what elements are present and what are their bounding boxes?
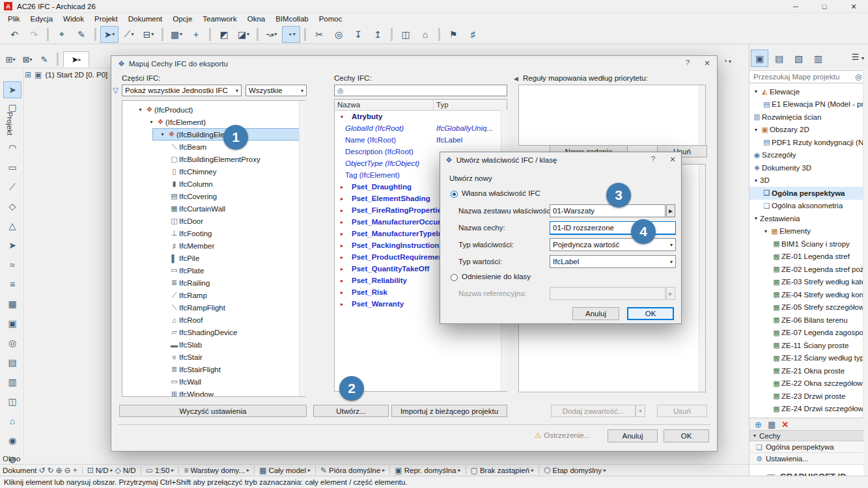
twisty-icon[interactable]: ▸ bbox=[335, 301, 349, 307]
modal-help-icon[interactable]: ? bbox=[647, 155, 659, 163]
property-set-picker-icon[interactable]: ▶ bbox=[666, 204, 675, 217]
quickbar-icon[interactable]: ➤▸ bbox=[63, 51, 89, 67]
toolbar-icon[interactable] bbox=[94, 28, 96, 41]
twisty-icon[interactable]: ▸ bbox=[335, 254, 349, 260]
tool-icon[interactable]: ⌂ bbox=[3, 413, 21, 429]
project-map-item[interactable]: ▾ ▣ Obszary 2D bbox=[749, 124, 863, 137]
menu-item[interactable]: Pomoc bbox=[314, 14, 348, 23]
twisty-icon[interactable]: ▸ bbox=[335, 243, 349, 249]
quickbar-icon[interactable]: ✎ bbox=[36, 51, 52, 67]
help-icon[interactable]: ? bbox=[682, 59, 693, 66]
property-row[interactable]: Name (IfcRoot) IfcLabel bbox=[335, 134, 507, 146]
toolbar-icon[interactable] bbox=[161, 28, 163, 41]
toolbar-icon[interactable]: ◎ bbox=[329, 26, 348, 43]
tree-item[interactable]: ◫ IfcDoor bbox=[122, 215, 305, 227]
status-segment[interactable] bbox=[315, 466, 316, 474]
status-segment[interactable]: ⊡ bbox=[87, 466, 94, 475]
menu-item[interactable]: Opcje bbox=[167, 14, 197, 23]
tree-item[interactable]: ▯ IfcChimney bbox=[122, 165, 305, 178]
status-segment[interactable]: ▣ bbox=[395, 466, 402, 475]
twisty-icon[interactable]: ▸ bbox=[335, 266, 349, 272]
tree-item[interactable]: ⌂ IfcRoof bbox=[122, 314, 305, 326]
tool-icon[interactable]: ≈ bbox=[3, 256, 21, 273]
toolbar-icon[interactable]: ⟋▾ bbox=[120, 26, 138, 43]
table-header[interactable]: Nazwa Typ bbox=[335, 100, 507, 111]
quickbar-icon[interactable]: ⊞▾ bbox=[3, 51, 18, 67]
status-segment[interactable]: ▭ bbox=[146, 466, 153, 475]
project-map-item[interactable]: ❑ Ogólna aksonometria bbox=[749, 200, 863, 213]
twisty-icon[interactable]: ▾ bbox=[752, 215, 760, 221]
status-segment[interactable]: ✎ bbox=[320, 466, 327, 475]
tree-item[interactable]: ▭ IfcWall bbox=[122, 375, 305, 388]
toolbar-icon[interactable]: ↷ bbox=[25, 26, 43, 43]
scope-filter-dropdown[interactable]: Wszystkie▾ bbox=[245, 85, 307, 96]
property-search-box[interactable]: ◎ bbox=[334, 85, 507, 96]
maximize-button[interactable]: □ bbox=[810, 0, 839, 13]
toolbar-icon[interactable]: ◫ bbox=[397, 26, 415, 43]
toolbar-icon[interactable]: + bbox=[187, 26, 205, 43]
mapping-rules-list-top[interactable] bbox=[518, 85, 706, 146]
dialog-close-icon[interactable]: ✕ bbox=[701, 59, 713, 68]
twisty-icon[interactable]: ▾ bbox=[147, 119, 156, 125]
project-map-item[interactable]: ◈ Dokumenty 3D bbox=[749, 161, 863, 174]
tool-icon[interactable]: ◉ bbox=[3, 432, 21, 449]
status-segment[interactable]: ⬡ bbox=[544, 466, 550, 475]
modal-close-icon[interactable]: ✕ bbox=[667, 155, 679, 164]
column-type[interactable]: Typ bbox=[434, 100, 507, 110]
create-button[interactable]: Utwórz... bbox=[313, 405, 389, 417]
property-row[interactable]: GlobalId (IfcRoot) IfcGloballyUniq... bbox=[335, 122, 507, 134]
settings-row[interactable]: ⚙ Ustawienia... bbox=[749, 454, 863, 465]
status-segment[interactable]: 1:50 ▸ bbox=[155, 467, 174, 474]
project-map-item[interactable]: ❑ Ogólna perspektywa bbox=[749, 187, 863, 200]
import-from-project-button[interactable]: Importuj z bieżącego projektu bbox=[391, 405, 507, 417]
navigator-tab-icon[interactable]: ▧ bbox=[790, 49, 807, 67]
project-map-item[interactable]: ▥ Rozwinięcia ścian bbox=[749, 111, 863, 124]
filter-icon[interactable]: ▽ bbox=[113, 86, 119, 95]
status-segment[interactable]: N/D bbox=[123, 467, 136, 474]
column-name[interactable]: Nazwa bbox=[335, 100, 434, 110]
toolbar-icon[interactable] bbox=[438, 28, 440, 41]
project-map-item[interactable]: ▾ ▦ Elementy bbox=[749, 225, 863, 238]
toolbar-icon[interactable] bbox=[304, 28, 306, 41]
twisty-icon[interactable]: ▾ bbox=[335, 114, 349, 120]
dialog-cancel-button[interactable]: Anuluj bbox=[608, 429, 658, 442]
modal-ok-button[interactable]: OK bbox=[627, 307, 674, 320]
tree-item[interactable]: ⟍ IfcBeam bbox=[122, 141, 305, 153]
twisty-icon[interactable]: ▾ bbox=[752, 88, 760, 94]
status-segment[interactable] bbox=[539, 466, 539, 474]
tool-icon[interactable]: ◠ bbox=[3, 139, 21, 156]
project-map-item[interactable]: ▦ BIM1 Ściany i stropy bbox=[749, 237, 863, 251]
menu-item[interactable]: BIMcollab bbox=[270, 14, 314, 23]
project-map-item[interactable]: ▦ ZE-02 Legenda stref pożar... bbox=[749, 263, 863, 276]
navigator-control-icon[interactable]: ⊕ bbox=[755, 420, 762, 429]
project-map-item[interactable]: ▦ ZE-07 Legenda zagospoda... bbox=[749, 327, 863, 340]
project-map-item[interactable]: ▦ ZE-23 Drzwi proste bbox=[749, 390, 863, 403]
add-content-dropdown-icon[interactable]: ▾ bbox=[636, 405, 645, 417]
status-segment[interactable]: ↺ bbox=[38, 466, 45, 475]
tool-icon[interactable]: ➤ bbox=[3, 237, 21, 254]
project-map-item[interactable]: ▦ ZE-12 Ściany według typów... bbox=[749, 352, 863, 365]
collapse-arrow-icon[interactable]: ◀ bbox=[514, 75, 518, 82]
tool-icon[interactable]: ▤ bbox=[3, 354, 21, 371]
status-segment[interactable]: ◇ bbox=[115, 466, 121, 475]
tree-item[interactable]: ⊥ IfcFooting bbox=[122, 227, 305, 239]
tree-item[interactable]: ≡ IfcStair bbox=[122, 351, 305, 363]
menu-item[interactable]: Plik bbox=[3, 14, 25, 23]
navigator-tab-icon[interactable]: ▥ bbox=[809, 49, 827, 67]
status-segment[interactable] bbox=[389, 466, 390, 474]
project-map-item[interactable]: ▦ ZE-06 Bilans terenu bbox=[749, 314, 863, 327]
toolbar-icon[interactable]: ↥ bbox=[369, 26, 387, 43]
tree-item[interactable]: ⊞ IfcWindow bbox=[122, 388, 305, 397]
status-segment[interactable]: Dokument bbox=[3, 467, 36, 474]
warning-button[interactable]: ⚠ Ostrzeżenie... bbox=[535, 431, 590, 440]
dialog-title-bar[interactable]: ❖ Mapuj Cechy IFC do eksportu bbox=[111, 56, 717, 72]
twisty-icon[interactable]: ▸ bbox=[335, 208, 349, 213]
status-segment[interactable]: ⊖ bbox=[64, 466, 71, 475]
toolbar-icon[interactable]: ↶ bbox=[5, 26, 23, 43]
project-map-item[interactable]: ▦ ZE-22 Okna szczegółowe bbox=[749, 377, 863, 390]
tree-item[interactable]: ⟍ IfcRampFlight bbox=[122, 301, 305, 314]
twisty-icon[interactable]: ▾ bbox=[752, 127, 760, 133]
toolbar-icon[interactable] bbox=[209, 28, 211, 41]
menu-item[interactable]: Okna bbox=[242, 14, 271, 23]
status-segment[interactable] bbox=[254, 466, 255, 474]
